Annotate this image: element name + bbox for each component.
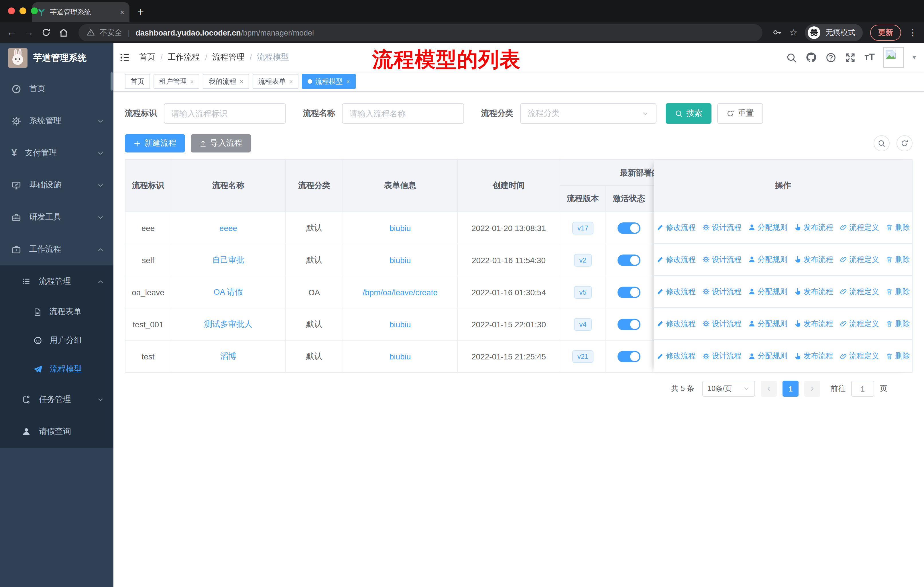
- avatar[interactable]: [883, 47, 904, 68]
- browser-tab[interactable]: 芋道管理系统 ×: [32, 2, 129, 22]
- action-publish-process[interactable]: 发布流程: [794, 254, 833, 265]
- minimize-window-button[interactable]: [20, 7, 26, 14]
- breadcrumb-home[interactable]: 首页: [139, 52, 155, 63]
- breadcrumb-process-manage[interactable]: 流程管理: [213, 52, 244, 63]
- current-page-button[interactable]: 1: [782, 380, 799, 397]
- action-edit-process[interactable]: 修改流程: [656, 318, 696, 329]
- home-button[interactable]: [58, 27, 69, 38]
- action-assign-rule[interactable]: 分配规则: [748, 286, 787, 297]
- process-name-link[interactable]: eeee: [171, 212, 286, 244]
- github-icon[interactable]: [805, 51, 817, 63]
- form-info-link[interactable]: biubiu: [343, 244, 458, 276]
- active-toggle[interactable]: [617, 286, 640, 298]
- help-icon[interactable]: [825, 52, 837, 63]
- action-publish-process[interactable]: 发布流程: [794, 351, 833, 361]
- sidebar-item-user-group[interactable]: 用户分组: [0, 326, 114, 355]
- avatar-caret-icon[interactable]: ▾: [912, 53, 916, 61]
- active-toggle[interactable]: [617, 222, 640, 233]
- tag-process-model-active[interactable]: 流程模型 ×: [302, 74, 356, 89]
- process-name-link[interactable]: 滔博: [171, 341, 286, 372]
- action-delete[interactable]: 删除: [885, 286, 910, 297]
- tag-close-icon[interactable]: ×: [190, 78, 194, 85]
- browser-menu-icon[interactable]: ⋮: [909, 27, 917, 38]
- action-delete[interactable]: 删除: [885, 222, 910, 232]
- tag-process-form[interactable]: 流程表单 ×: [252, 74, 299, 89]
- goto-page-input[interactable]: [851, 380, 874, 397]
- process-name-input[interactable]: [342, 103, 464, 124]
- sidebar-collapse-icon[interactable]: [119, 52, 130, 63]
- sidebar-item-infra[interactable]: 基础设施: [0, 169, 114, 201]
- action-edit-process[interactable]: 修改流程: [656, 254, 696, 265]
- font-size-icon[interactable]: TT: [865, 51, 874, 63]
- sidebar-item-leave-query[interactable]: 请假查询: [0, 416, 114, 448]
- app-logo-row[interactable]: 芋道管理系统: [0, 43, 114, 73]
- search-icon[interactable]: [786, 52, 797, 63]
- sidebar-item-workflow[interactable]: 工作流程: [0, 233, 114, 265]
- tab-close-icon[interactable]: ×: [120, 8, 124, 17]
- tag-close-icon[interactable]: ×: [289, 78, 293, 85]
- search-button[interactable]: 搜索: [666, 103, 711, 124]
- address-bar[interactable]: 不安全 | dashboard.yudao.iocoder.cn/bpm/man…: [79, 24, 762, 41]
- sidebar-item-process-model[interactable]: 流程模型: [0, 355, 114, 384]
- action-assign-rule[interactable]: 分配规则: [748, 254, 787, 265]
- tag-close-icon[interactable]: ×: [240, 78, 243, 85]
- version-badge[interactable]: v5: [574, 286, 591, 298]
- sidebar-item-system[interactable]: 系统管理: [0, 105, 114, 137]
- back-button[interactable]: ←: [7, 28, 16, 37]
- active-toggle[interactable]: [617, 254, 640, 266]
- action-design-process[interactable]: 设计流程: [702, 318, 742, 329]
- process-name-link[interactable]: 测试多审批人: [171, 308, 286, 340]
- action-design-process[interactable]: 设计流程: [702, 222, 742, 232]
- active-toggle[interactable]: [617, 351, 640, 362]
- form-info-link[interactable]: biubiu: [343, 341, 458, 372]
- tag-my-process[interactable]: 我的流程 ×: [203, 74, 249, 89]
- sidebar-item-process-manage[interactable]: 流程管理: [0, 265, 114, 298]
- action-process-definition[interactable]: 流程定义: [840, 254, 879, 265]
- zoom-window-button[interactable]: [31, 7, 38, 14]
- reload-button[interactable]: [41, 28, 51, 37]
- fullscreen-icon[interactable]: [845, 52, 856, 63]
- forward-button[interactable]: →: [24, 28, 34, 37]
- sidebar-item-devtools[interactable]: 研发工具: [0, 201, 114, 233]
- next-page-button[interactable]: [804, 380, 820, 397]
- version-badge[interactable]: v17: [572, 222, 594, 234]
- tag-home[interactable]: 首页: [125, 74, 150, 89]
- create-process-button[interactable]: 新建流程: [125, 134, 185, 152]
- show-search-toggle-button[interactable]: [874, 135, 889, 151]
- sidebar-item-task-manage[interactable]: 任务管理: [0, 384, 114, 416]
- action-delete[interactable]: 删除: [885, 254, 910, 265]
- version-badge[interactable]: v21: [572, 350, 594, 362]
- action-design-process[interactable]: 设计流程: [702, 286, 742, 297]
- refresh-table-button[interactable]: [896, 135, 912, 151]
- breadcrumb-workflow[interactable]: 工作流程: [168, 52, 200, 63]
- password-key-icon[interactable]: [772, 28, 782, 37]
- action-publish-process[interactable]: 发布流程: [794, 222, 833, 232]
- chrome-update-button[interactable]: 更新: [870, 24, 901, 40]
- action-assign-rule[interactable]: 分配规则: [748, 222, 787, 232]
- action-edit-process[interactable]: 修改流程: [656, 222, 696, 232]
- version-badge[interactable]: v4: [574, 318, 591, 331]
- action-process-definition[interactable]: 流程定义: [840, 351, 879, 361]
- security-label[interactable]: 不安全: [100, 27, 122, 38]
- process-name-link[interactable]: 自己审批: [171, 244, 286, 276]
- category-select[interactable]: 流程分类: [520, 103, 657, 124]
- action-edit-process[interactable]: 修改流程: [656, 351, 696, 361]
- tag-tenant[interactable]: 租户管理 ×: [153, 74, 200, 89]
- process-name-link[interactable]: OA 请假: [171, 276, 286, 308]
- action-assign-rule[interactable]: 分配规则: [748, 318, 787, 329]
- active-toggle[interactable]: [617, 318, 640, 330]
- process-id-input[interactable]: [164, 103, 286, 124]
- action-assign-rule[interactable]: 分配规则: [748, 351, 787, 361]
- action-publish-process[interactable]: 发布流程: [794, 318, 833, 329]
- sidebar-item-home[interactable]: 首页: [0, 73, 114, 105]
- new-tab-button[interactable]: +: [137, 2, 144, 22]
- action-delete[interactable]: 删除: [885, 318, 910, 329]
- version-badge[interactable]: v2: [574, 254, 591, 266]
- sidebar-item-pay[interactable]: ¥ 支付管理: [0, 137, 114, 169]
- page-size-select[interactable]: 10条/页: [702, 380, 755, 397]
- action-process-definition[interactable]: 流程定义: [840, 286, 879, 297]
- window-controls[interactable]: [8, 7, 38, 14]
- action-delete[interactable]: 删除: [885, 351, 910, 361]
- action-publish-process[interactable]: 发布流程: [794, 286, 833, 297]
- form-info-link[interactable]: biubiu: [343, 212, 458, 244]
